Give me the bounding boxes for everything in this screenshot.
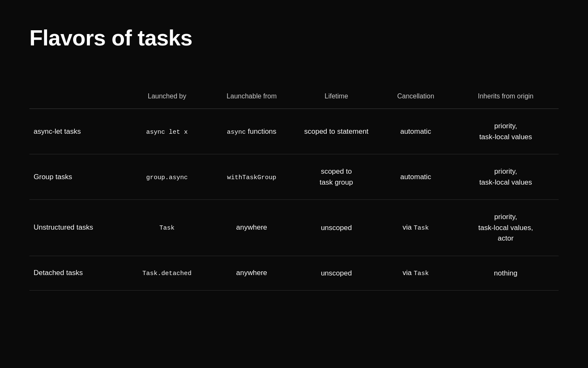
cell-cancellation: via Task <box>379 200 453 256</box>
col-header-launched-by: Launched by <box>125 93 210 109</box>
cell-name: Detached tasks <box>29 256 125 291</box>
col-header-name <box>29 93 125 109</box>
page-container: Flavors of tasks Launched by Launchable … <box>0 0 588 368</box>
cell-inherits: priority,task-local values <box>453 154 559 200</box>
cell-cancellation: automatic <box>379 154 453 200</box>
table-row: Unstructured tasksTaskanywhereunscopedvi… <box>29 200 559 256</box>
page-title: Flavors of tasks <box>29 25 559 50</box>
cell-cancellation: via Task <box>379 256 453 291</box>
col-header-inherits: Inherits from origin <box>453 93 559 109</box>
cell-lifetime: unscoped <box>294 256 379 291</box>
col-header-launchable-from: Launchable from <box>209 93 294 109</box>
cell-launched-by: Task <box>125 200 210 256</box>
cell-name: Unstructured tasks <box>29 200 125 256</box>
cell-lifetime: scoped totask group <box>294 154 379 200</box>
cell-launched-by: async let x <box>125 109 210 154</box>
cell-inherits: nothing <box>453 256 559 291</box>
cell-launchable-from: anywhere <box>209 256 294 291</box>
cell-inherits: priority,task-local values,actor <box>453 200 559 256</box>
cell-launchable-from: async functions <box>209 109 294 154</box>
cell-inherits: priority,task-local values <box>453 109 559 154</box>
table-row: Detached tasksTask.detachedanywhereunsco… <box>29 256 559 291</box>
cell-launched-by: Task.detached <box>125 256 210 291</box>
cell-lifetime: unscoped <box>294 200 379 256</box>
cell-launchable-from: anywhere <box>209 200 294 256</box>
col-header-lifetime: Lifetime <box>294 93 379 109</box>
cell-launched-by: group.async <box>125 154 210 200</box>
table-row: Group tasksgroup.asyncwithTaskGroupscope… <box>29 154 559 200</box>
col-header-cancellation: Cancellation <box>379 93 453 109</box>
cell-launchable-from: withTaskGroup <box>209 154 294 200</box>
cell-lifetime: scoped to statement <box>294 109 379 154</box>
cell-cancellation: automatic <box>379 109 453 154</box>
cell-name: async-let tasks <box>29 109 125 154</box>
flavors-table: Launched by Launchable from Lifetime Can… <box>29 93 559 291</box>
table-header-row: Launched by Launchable from Lifetime Can… <box>29 93 559 109</box>
table-row: async-let tasksasync let xasync function… <box>29 109 559 154</box>
cell-name: Group tasks <box>29 154 125 200</box>
table-wrapper: Launched by Launchable from Lifetime Can… <box>29 93 559 291</box>
